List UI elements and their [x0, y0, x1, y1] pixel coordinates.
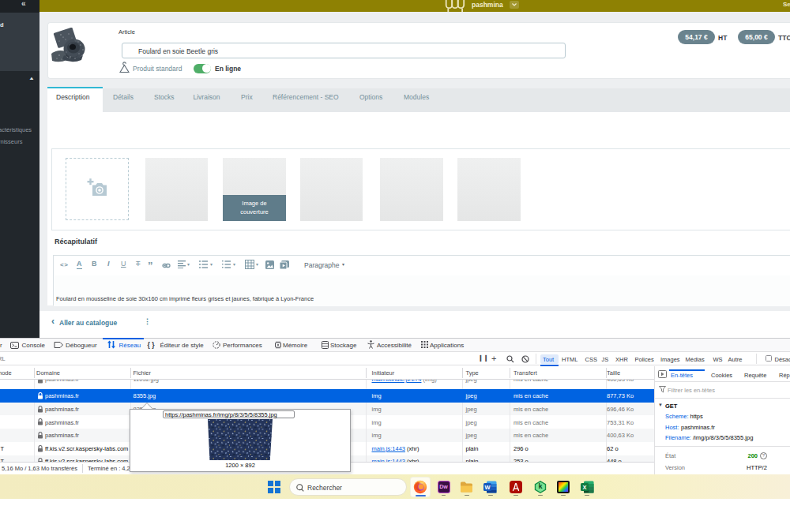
svg-text:W: W [484, 484, 491, 491]
svg-text:X: X [582, 484, 586, 491]
